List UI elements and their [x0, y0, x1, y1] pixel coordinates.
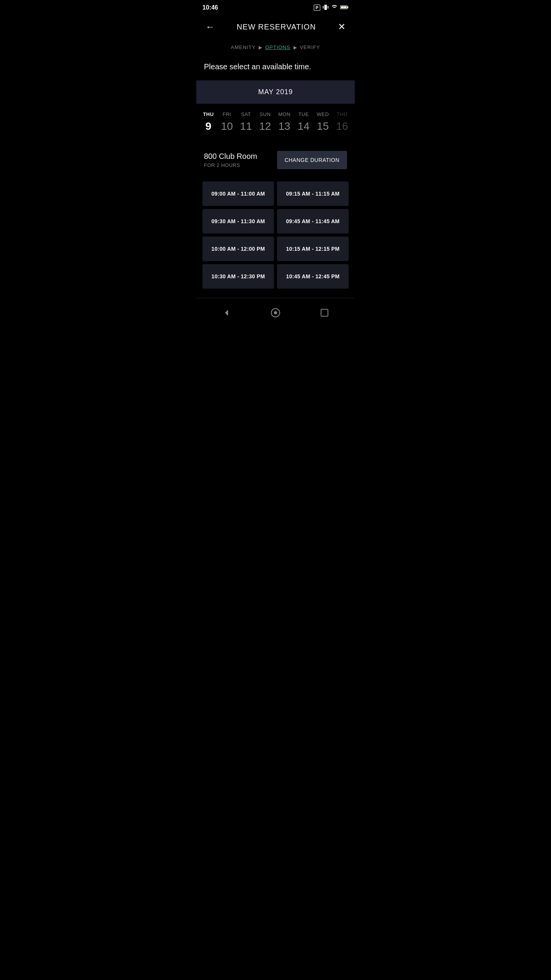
- svg-rect-4: [347, 6, 349, 8]
- calendar-day-tue-14[interactable]: TUE 14: [298, 111, 310, 132]
- day-name-thu-16: THU: [337, 111, 347, 117]
- breadcrumb-amenity: AMENITY: [231, 44, 256, 50]
- battery-icon: ⚡: [340, 5, 349, 11]
- calendar-day-thu-16[interactable]: THU 16: [336, 111, 348, 132]
- day-name-thu-9: THU: [203, 111, 214, 117]
- day-number-sat-11: 11: [240, 120, 252, 132]
- day-name-sat-11: SAT: [241, 111, 251, 117]
- time-slot-0915-1115[interactable]: 09:15 AM - 11:15 AM: [277, 181, 349, 206]
- recent-square-icon: [320, 308, 329, 317]
- calendar-day-sun-12[interactable]: SUN 12: [259, 111, 271, 132]
- calendar-day-sat-11[interactable]: SAT 11: [240, 111, 252, 132]
- day-name-mon-13: MON: [278, 111, 290, 117]
- time-row-1: 09:00 AM - 11:00 AM 09:15 AM - 11:15 AM: [202, 181, 349, 206]
- day-name-sun-12: SUN: [259, 111, 271, 117]
- back-nav-icon: [222, 308, 231, 317]
- status-bar: 10:46 P ⚡: [196, 0, 355, 15]
- bottom-nav: [196, 298, 355, 328]
- calendar-day-thu-9[interactable]: THU 9: [203, 111, 214, 132]
- breadcrumb-verify: VERIFY: [300, 44, 320, 50]
- time-slot-1045-1245[interactable]: 10:45 AM - 12:45 PM: [277, 264, 349, 289]
- calendar-month-year: MAY 2019: [196, 80, 355, 104]
- change-duration-button[interactable]: CHANGE DURATION: [277, 151, 347, 169]
- page-title: NEW RESERVATION: [236, 23, 316, 31]
- calendar-days: THU 9 FRI 10 SAT 11 SUN 12 MON 13 TUE 14: [196, 104, 355, 136]
- breadcrumb-arrow-1: ▶: [259, 45, 262, 50]
- status-time: 10:46: [202, 4, 218, 11]
- day-number-thu-16: 16: [336, 120, 348, 132]
- room-details: 800 Club Room FOR 2 HOURS: [204, 152, 257, 168]
- time-slot-0930-1130[interactable]: 09:30 AM - 11:30 AM: [202, 209, 274, 234]
- time-slot-1030-1230[interactable]: 10:30 AM - 12:30 PM: [202, 264, 274, 289]
- nav-recent-button[interactable]: [317, 305, 332, 322]
- status-icons: P ⚡: [314, 4, 349, 11]
- svg-rect-1: [323, 6, 324, 8]
- time-slot-1015-1215[interactable]: 10:15 AM - 12:15 PM: [277, 237, 349, 261]
- day-name-fri-10: FRI: [223, 111, 231, 117]
- instruction-text: Please select an available time.: [196, 56, 355, 80]
- breadcrumb: AMENITY ▶ OPTIONS ▶ VERIFY: [196, 38, 355, 56]
- close-button[interactable]: ✕: [336, 20, 347, 34]
- room-duration: FOR 2 HOURS: [204, 162, 257, 168]
- time-row-4: 10:30 AM - 12:30 PM 10:45 AM - 12:45 PM: [202, 264, 349, 289]
- breadcrumb-arrow-2: ▶: [293, 45, 297, 50]
- day-name-tue-14: TUE: [298, 111, 309, 117]
- day-number-mon-13: 13: [279, 120, 290, 132]
- calendar-day-fri-10[interactable]: FRI 10: [221, 111, 233, 132]
- vibrate-icon: [323, 4, 329, 11]
- time-slot-1000-1200[interactable]: 10:00 AM - 12:00 PM: [202, 237, 274, 261]
- calendar-day-wed-15[interactable]: WED 15: [317, 111, 329, 132]
- day-number-wed-15: 15: [317, 120, 329, 132]
- time-row-3: 10:00 AM - 12:00 PM 10:15 AM - 12:15 PM: [202, 237, 349, 261]
- time-row-2: 09:30 AM - 11:30 AM 09:45 AM - 11:45 AM: [202, 209, 349, 234]
- day-number-tue-14: 14: [298, 120, 310, 132]
- svg-rect-2: [328, 6, 328, 8]
- header: ← NEW RESERVATION ✕: [196, 15, 355, 38]
- day-number-thu-9: 9: [205, 120, 212, 132]
- day-number-fri-10: 10: [221, 120, 233, 132]
- svg-rect-0: [324, 5, 327, 10]
- time-slot-0900-1100[interactable]: 09:00 AM - 11:00 AM: [202, 181, 274, 206]
- svg-point-9: [274, 311, 277, 314]
- breadcrumb-options[interactable]: OPTIONS: [265, 44, 290, 50]
- calendar-day-mon-13[interactable]: MON 13: [278, 111, 290, 132]
- day-number-sun-12: 12: [259, 120, 271, 132]
- back-button[interactable]: ←: [204, 20, 216, 34]
- nav-back-button[interactable]: [219, 305, 234, 322]
- svg-marker-7: [225, 310, 228, 316]
- time-slots-container: 09:00 AM - 11:00 AM 09:15 AM - 11:15 AM …: [196, 178, 355, 292]
- svg-rect-10: [321, 309, 328, 316]
- calendar: MAY 2019 THU 9 FRI 10 SAT 11 SUN 12 MON …: [196, 80, 355, 136]
- nav-home-button[interactable]: [267, 304, 284, 322]
- parking-icon: P: [314, 5, 320, 11]
- home-circle-icon: [270, 307, 281, 318]
- room-name: 800 Club Room: [204, 152, 257, 161]
- time-slot-0945-1145[interactable]: 09:45 AM - 11:45 AM: [277, 209, 349, 234]
- day-name-wed-15: WED: [317, 111, 329, 117]
- room-info: 800 Club Room FOR 2 HOURS CHANGE DURATIO…: [196, 142, 355, 178]
- wifi-icon: [331, 5, 338, 11]
- svg-text:⚡: ⚡: [342, 7, 345, 9]
